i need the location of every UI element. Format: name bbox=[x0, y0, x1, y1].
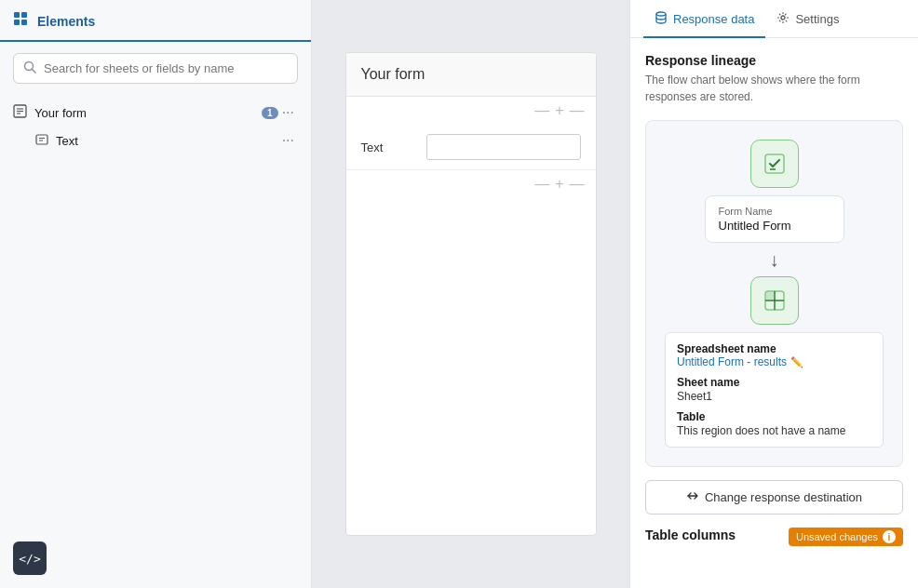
tree-child-menu[interactable]: ··· bbox=[278, 132, 298, 149]
tab-response-data-label: Response data bbox=[673, 12, 754, 26]
panel-title: Elements bbox=[13, 11, 298, 31]
search-icon bbox=[23, 60, 36, 76]
code-button[interactable]: </> bbox=[13, 541, 47, 575]
info-icon: i bbox=[883, 530, 896, 543]
database-icon bbox=[655, 11, 668, 27]
tab-settings[interactable]: Settings bbox=[765, 0, 850, 38]
form-name-value: Untitled Form bbox=[719, 219, 830, 233]
gear-icon bbox=[776, 11, 790, 27]
add-field-bottom-icon[interactable]: + bbox=[555, 176, 563, 193]
spreadsheet-name-row: Spreadsheet name Untitled Form - results… bbox=[677, 342, 871, 368]
form-divider-bottom: — + — bbox=[346, 170, 596, 198]
right-panel: Response data Settings Response lineage … bbox=[629, 0, 918, 588]
middle-panel: Your form — + — Text — + — bbox=[312, 0, 629, 588]
spreadsheet-name-label: Spreadsheet name bbox=[677, 342, 871, 355]
svg-rect-0 bbox=[14, 12, 20, 18]
spreadsheet-name-value[interactable]: Untitled Form - results ✏️ bbox=[677, 355, 871, 368]
form-field-label: Text bbox=[361, 140, 417, 154]
form-icon bbox=[13, 104, 27, 121]
form-name-box: Form Name Untitled Form bbox=[705, 195, 844, 243]
right-content: Response lineage The flow chart below sh… bbox=[630, 38, 918, 588]
table-columns-label: Table columns bbox=[645, 528, 736, 542]
svg-rect-20 bbox=[766, 292, 774, 300]
add-field-icon[interactable]: + bbox=[555, 102, 563, 119]
svg-rect-10 bbox=[36, 135, 47, 144]
form-divider-top: — + — bbox=[346, 97, 596, 125]
text-field-icon bbox=[35, 133, 48, 149]
svg-point-13 bbox=[656, 12, 666, 16]
right-tabs: Response data Settings bbox=[630, 0, 918, 38]
form-field-row: Text bbox=[346, 125, 596, 170]
unsaved-badge-text: Unsaved changes bbox=[796, 531, 878, 542]
table-columns-row: Table columns Unsaved changes i bbox=[645, 528, 903, 546]
form-name-label: Form Name bbox=[719, 206, 830, 217]
form-flow-icon bbox=[750, 140, 799, 188]
tab-response-data[interactable]: Response data bbox=[643, 0, 765, 38]
form-preview: Your form — + — Text — + — bbox=[345, 52, 597, 536]
svg-rect-2 bbox=[21, 12, 27, 18]
table-row-detail: Table This region does not have a name bbox=[677, 410, 871, 437]
tree-root-menu[interactable]: ··· bbox=[278, 104, 298, 121]
sheet-name-value: Sheet1 bbox=[677, 390, 871, 403]
tree-child-item[interactable]: Text ··· bbox=[0, 127, 311, 154]
search-input[interactable] bbox=[44, 61, 288, 75]
sheet-name-label: Sheet name bbox=[677, 376, 871, 389]
sheet-name-row: Sheet name Sheet1 bbox=[677, 376, 871, 403]
search-bar[interactable] bbox=[13, 53, 298, 84]
tree-section: Your form 1 ··· Text ··· bbox=[0, 91, 311, 162]
form-preview-header: Your form bbox=[346, 53, 596, 97]
panel-header: Elements bbox=[0, 11, 311, 42]
tree-root-label: Your form bbox=[34, 106, 256, 120]
panel-title-text: Elements bbox=[37, 14, 95, 29]
svg-rect-1 bbox=[14, 20, 20, 25]
change-response-icon bbox=[686, 489, 699, 505]
tree-root-badge: 1 bbox=[262, 107, 278, 119]
form-preview-title: Your form bbox=[361, 66, 581, 83]
tree-root-item[interactable]: Your form 1 ··· bbox=[0, 99, 311, 127]
response-lineage-title: Response lineage bbox=[645, 53, 903, 68]
spreadsheet-flow-icon bbox=[750, 276, 799, 325]
table-label: Table bbox=[677, 410, 871, 423]
svg-rect-3 bbox=[21, 20, 27, 25]
tree-child-label: Text bbox=[56, 134, 278, 148]
svg-point-14 bbox=[781, 16, 785, 20]
left-panel: Elements bbox=[0, 0, 312, 588]
tab-settings-label: Settings bbox=[795, 12, 839, 26]
response-lineage-desc: The flow chart below shows where the for… bbox=[645, 72, 903, 105]
code-icon: </> bbox=[19, 552, 40, 566]
edit-spreadsheet-icon[interactable]: ✏️ bbox=[790, 356, 803, 368]
change-response-btn[interactable]: Change response destination bbox=[645, 480, 903, 514]
change-response-label: Change response destination bbox=[705, 490, 862, 504]
svg-line-5 bbox=[33, 70, 36, 74]
unsaved-changes-badge: Unsaved changes i bbox=[789, 528, 903, 546]
flowchart-container: Form Name Untitled Form ↓ bbox=[645, 120, 903, 467]
table-value: This region does not have a name bbox=[677, 424, 871, 437]
flow-arrow-down: ↓ bbox=[770, 250, 779, 269]
form-field-input[interactable] bbox=[426, 134, 581, 160]
spreadsheet-details: Spreadsheet name Untitled Form - results… bbox=[665, 332, 884, 448]
elements-icon bbox=[13, 11, 30, 31]
